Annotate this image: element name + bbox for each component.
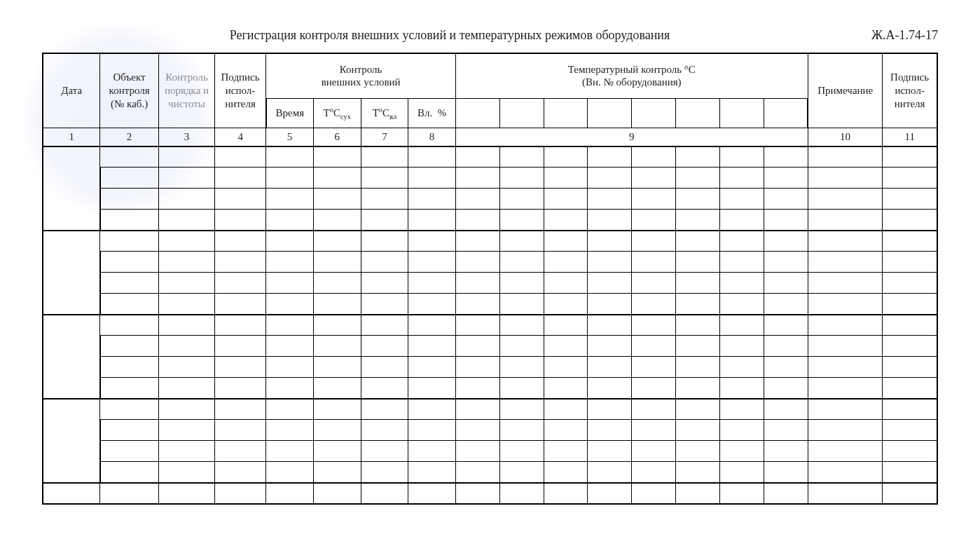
cell: [719, 210, 764, 231]
table-row: [43, 357, 937, 378]
cell: [313, 189, 361, 210]
col-t-dry: ТоСсух: [313, 98, 361, 128]
table-row: [43, 315, 937, 336]
cell: [808, 399, 883, 420]
colnum-8: 8: [408, 128, 456, 146]
cell: [764, 483, 808, 504]
cell: [100, 273, 158, 294]
cell: [808, 210, 883, 231]
cell: [588, 420, 632, 441]
cell: [632, 462, 676, 483]
cell: [361, 146, 408, 168]
cell: [100, 168, 158, 189]
cell: [544, 336, 588, 357]
cell: [544, 378, 588, 399]
cell: [719, 441, 764, 462]
cell: [499, 315, 544, 336]
cell: [499, 483, 544, 504]
cell: [313, 231, 361, 252]
cell: [215, 336, 266, 357]
cell: [100, 483, 158, 504]
cell: [883, 315, 937, 336]
cell: [313, 252, 361, 273]
cell: [361, 252, 408, 273]
cell: [499, 462, 544, 483]
cell: [455, 294, 499, 315]
cell: [499, 210, 544, 231]
cell: [632, 252, 676, 273]
cell: [215, 210, 266, 231]
colnum-1: 1: [43, 128, 100, 146]
cell: [764, 441, 808, 462]
cell: [266, 441, 314, 462]
cell: [719, 252, 764, 273]
cell: [588, 441, 632, 462]
cell: [544, 168, 588, 189]
cell: [544, 399, 588, 420]
cell: [764, 357, 808, 378]
cell: [676, 378, 720, 399]
cell: [719, 357, 764, 378]
table-row: [43, 252, 937, 273]
cell: [883, 399, 937, 420]
cell: [100, 357, 158, 378]
cell: [764, 420, 808, 441]
cell: [158, 378, 215, 399]
table-row: [43, 441, 937, 462]
cell: [158, 357, 215, 378]
cell: [676, 336, 720, 357]
cell: [808, 146, 883, 168]
cell: [408, 357, 456, 378]
col-group-env: Контроль внешних условий: [266, 53, 456, 98]
cell: [408, 146, 456, 168]
cell: [808, 252, 883, 273]
cell: [676, 168, 720, 189]
cell: [455, 357, 499, 378]
cell: [883, 378, 937, 399]
cell: [361, 357, 408, 378]
cell: [719, 462, 764, 483]
cell: [499, 231, 544, 252]
cell: [100, 336, 158, 357]
cell: [313, 294, 361, 315]
cell: [215, 189, 266, 210]
cell: [499, 252, 544, 273]
cell: [100, 189, 158, 210]
cell: [544, 189, 588, 210]
cell: [408, 336, 456, 357]
cell: [632, 336, 676, 357]
cell: [676, 462, 720, 483]
cell: [764, 399, 808, 420]
cell: [361, 273, 408, 294]
cell: [808, 294, 883, 315]
cell: [266, 315, 314, 336]
cell: [764, 294, 808, 315]
cell: [266, 336, 314, 357]
cell: [361, 189, 408, 210]
cell: [808, 441, 883, 462]
cell: [313, 420, 361, 441]
cell: [408, 441, 456, 462]
cell: [883, 273, 937, 294]
cell: [215, 231, 266, 252]
cell: [808, 273, 883, 294]
cell: [499, 146, 544, 168]
cell: [883, 189, 937, 210]
cell: [313, 210, 361, 231]
colnum-10: 10: [808, 128, 883, 146]
cell: [544, 210, 588, 231]
cell: [883, 210, 937, 231]
cell: [719, 483, 764, 504]
cell: [408, 273, 456, 294]
col-note: Примечание: [808, 53, 883, 128]
cell: [408, 210, 456, 231]
cell: [215, 146, 266, 168]
col-equip-8: [764, 98, 808, 128]
cell: [719, 315, 764, 336]
table-body: [43, 146, 937, 504]
cell: [313, 273, 361, 294]
cell: [632, 357, 676, 378]
col-group-temp: Температурный контроль °С (Вн. № оборудо…: [455, 53, 808, 98]
cell: [215, 294, 266, 315]
cell: [588, 231, 632, 252]
